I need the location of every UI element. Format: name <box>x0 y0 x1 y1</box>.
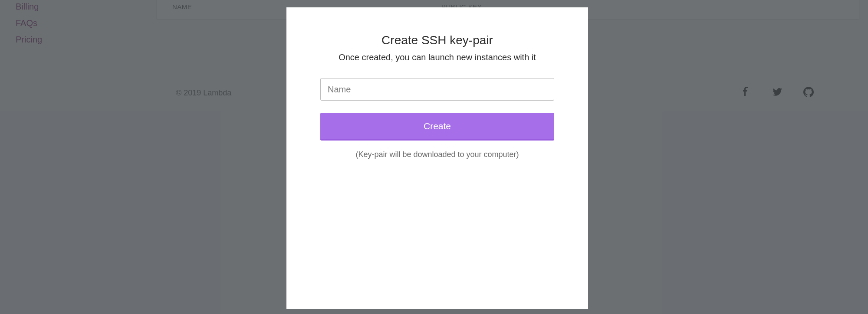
create-ssh-key-modal: Create SSH key-pair Once created, you ca… <box>286 7 588 309</box>
create-button[interactable]: Create <box>320 113 554 141</box>
modal-subtitle: Once created, you can launch new instanc… <box>320 52 554 62</box>
modal-title: Create SSH key-pair <box>320 33 554 47</box>
download-hint: (Key-pair will be downloaded to your com… <box>320 150 554 159</box>
key-name-input[interactable] <box>320 78 554 101</box>
